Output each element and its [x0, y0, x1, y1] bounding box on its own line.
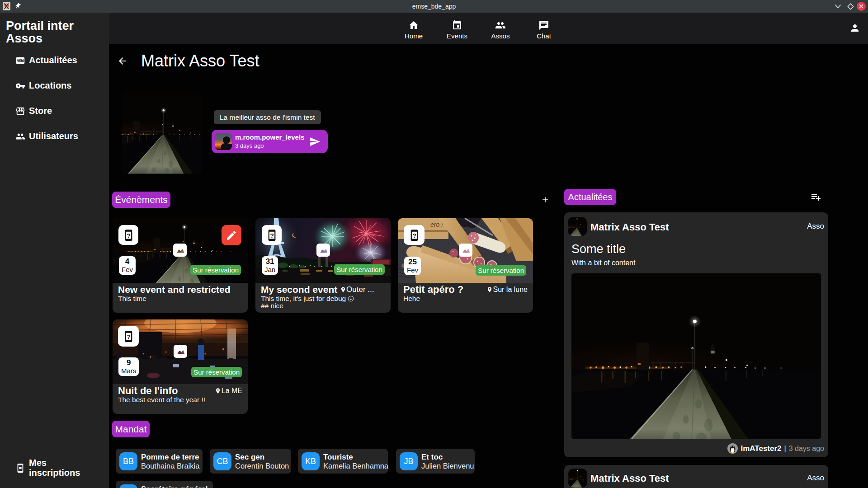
- svg-text:?: ?: [412, 232, 416, 239]
- svg-text:?: ?: [127, 232, 130, 239]
- svg-text:ero !: ero !: [430, 221, 443, 228]
- svg-text:?: ?: [270, 232, 274, 239]
- svg-text:?: ?: [127, 333, 130, 340]
